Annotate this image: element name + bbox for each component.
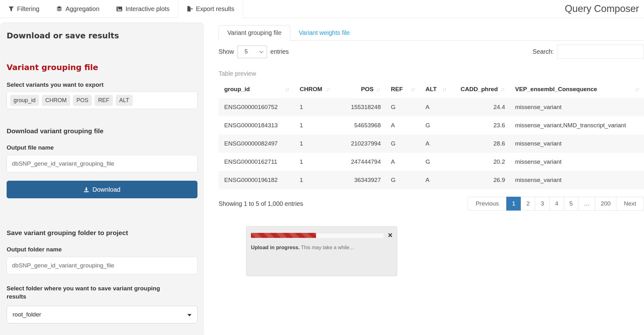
variant-tag-group-id: group_id <box>10 95 39 106</box>
toast-title: Upload in progress. <box>251 244 300 250</box>
cell-alt: G <box>420 116 451 135</box>
cell-chrom: 1 <box>294 153 335 171</box>
sort-icon: ↓↑ <box>285 86 290 93</box>
variant-tag-alt: ALT <box>116 95 133 106</box>
page-button-3[interactable]: 3 <box>535 197 550 211</box>
cell-ref: A <box>385 153 420 171</box>
toast-message: Upload in progress. This may take a whil… <box>251 244 392 250</box>
cell-group-id: ENSG00000162711 <box>219 153 294 171</box>
download-save-panel: Download or save results Variant groupin… <box>1 23 203 335</box>
page-button-next[interactable]: Next <box>616 197 644 211</box>
variant-tag-chrom: CHROM <box>42 95 70 106</box>
cell-cadd-phred: 20.2 <box>451 153 509 171</box>
column-header-alt[interactable]: ALT↓↑ <box>420 81 451 98</box>
page-length-select[interactable]: 5 <box>237 46 267 58</box>
page-button-1[interactable]: 1 <box>506 197 521 211</box>
column-header-group-id[interactable]: group_id↓↑ <box>219 81 294 98</box>
column-label: REF <box>391 86 403 93</box>
cell-vep-ensembl-consequence: missense_variant <box>509 98 644 116</box>
output-folder-label: Output folder name <box>7 246 197 253</box>
progress-bar <box>251 233 384 238</box>
upload-toast: × Upload in progress. This may take a wh… <box>246 226 397 276</box>
column-header-vep-ensembl-consequence[interactable]: VEP_ensembl_Consequence↓↑ <box>509 81 644 98</box>
panel-heading: Download or save results <box>7 31 197 40</box>
table-footer: Showing 1 to 5 of 1,000 entries Previous… <box>219 197 644 211</box>
select-folder-label: Select folder where you want to save var… <box>7 284 170 301</box>
close-icon[interactable]: × <box>388 231 392 239</box>
file-tabs: Variant grouping fileVariant weights fil… <box>219 25 644 41</box>
save-folder-heading: Save variant grouping folder to project <box>7 229 197 237</box>
cell-chrom: 1 <box>294 116 335 135</box>
output-file-input[interactable] <box>7 155 197 173</box>
column-header-ref[interactable]: REF↓↑ <box>385 81 420 98</box>
nav-item-label: Filtering <box>17 5 39 13</box>
page-button-previous[interactable]: Previous <box>468 197 507 211</box>
entries-info: Showing 1 to 5 of 1,000 entries <box>219 200 303 207</box>
cell-alt: A <box>420 135 451 153</box>
cell-group-id: ENSG00000082497 <box>219 135 294 153</box>
cell-alt: A <box>420 98 451 116</box>
page-button-2[interactable]: 2 <box>521 197 536 211</box>
cell-vep-ensembl-consequence: missense_variant,NMD_transcript_variant <box>509 116 644 135</box>
filter-icon <box>8 6 14 12</box>
download-icon <box>84 187 89 192</box>
nav-items: FilteringAggregationInteractive plotsExp… <box>0 0 243 18</box>
search-area: Search: <box>533 45 644 59</box>
cell-pos: 155318248 <box>335 98 385 116</box>
variant-tag-ref: REF <box>95 95 113 106</box>
chevron-down-icon <box>259 48 264 55</box>
column-header-chrom[interactable]: CHROM↓↑ <box>294 81 335 98</box>
main-content: Variant grouping fileVariant weights fil… <box>219 25 644 276</box>
cell-pos: 210237994 <box>335 135 385 153</box>
cell-ref: A <box>385 116 420 135</box>
nav-item-interactive-plots[interactable]: Interactive plots <box>108 0 178 18</box>
cell-cadd-phred: 24.4 <box>451 98 509 116</box>
download-grouping-heading: Download variant grouping file <box>7 127 197 135</box>
entries-label: entries <box>270 48 289 55</box>
cell-cadd-phred: 28.6 <box>451 135 509 153</box>
pagination: Previous12345…200Next <box>468 197 644 211</box>
page-button-200[interactable]: 200 <box>595 197 616 211</box>
output-folder-input[interactable] <box>7 257 197 274</box>
table-row: ENSG00000196182136343927GA26.9missense_v… <box>219 171 644 189</box>
sort-icon: ↓↑ <box>500 86 505 93</box>
image-icon <box>116 6 122 12</box>
column-header-cadd-phred[interactable]: CADD_phred↓↑ <box>451 81 509 98</box>
tab-variant-weights-file[interactable]: Variant weights file <box>290 25 358 40</box>
search-label: Search: <box>533 48 554 55</box>
nav-item-filtering[interactable]: Filtering <box>0 0 48 18</box>
column-header-pos[interactable]: POS↓↑ <box>335 81 385 98</box>
search-input[interactable] <box>557 45 644 59</box>
nav-item-export-results[interactable]: Export results <box>178 0 243 18</box>
cell-ref: G <box>385 135 420 153</box>
column-label: group_id <box>224 86 250 93</box>
cell-vep-ensembl-consequence: missense_variant <box>509 135 644 153</box>
results-table: group_id↓↑CHROM↓↑POS↓↑REF↓↑ALT↓↑CADD_phr… <box>219 81 644 189</box>
cell-pos: 54653968 <box>335 116 385 135</box>
variant-tag-pos: POS <box>73 95 92 106</box>
output-file-label: Output file name <box>7 144 197 151</box>
caret-down-icon <box>187 311 192 318</box>
nav-item-label: Interactive plots <box>125 5 169 13</box>
show-label: Show <box>219 48 234 55</box>
cell-group-id: ENSG00000196182 <box>219 171 294 189</box>
column-label: VEP_ensembl_Consequence <box>515 86 597 93</box>
selected-variants-input[interactable]: group_idCHROMPOSREFALT <box>7 91 197 109</box>
sort-icon: ↓↑ <box>326 86 330 93</box>
cell-pos: 247444794 <box>335 153 385 171</box>
download-button[interactable]: Download <box>7 181 197 198</box>
cell-pos: 36343927 <box>335 171 385 189</box>
progress-bar-fill <box>251 233 316 238</box>
page-button-5[interactable]: 5 <box>564 197 579 211</box>
page-button-4[interactable]: 4 <box>549 197 564 211</box>
cell-chrom: 1 <box>294 135 335 153</box>
nav-item-aggregation[interactable]: Aggregation <box>48 0 108 18</box>
tab-variant-grouping-file[interactable]: Variant grouping file <box>219 25 290 41</box>
select-variants-label: Select variants you want to export <box>7 81 197 88</box>
column-label: ALT <box>425 86 437 93</box>
cell-cadd-phred: 26.9 <box>451 171 509 189</box>
app-title: Query Composer <box>565 0 644 18</box>
folder-select[interactable]: root_folder <box>7 306 197 323</box>
cell-vep-ensembl-consequence: missense_variant <box>509 153 644 171</box>
page-button-ellipsis: … <box>578 197 595 211</box>
